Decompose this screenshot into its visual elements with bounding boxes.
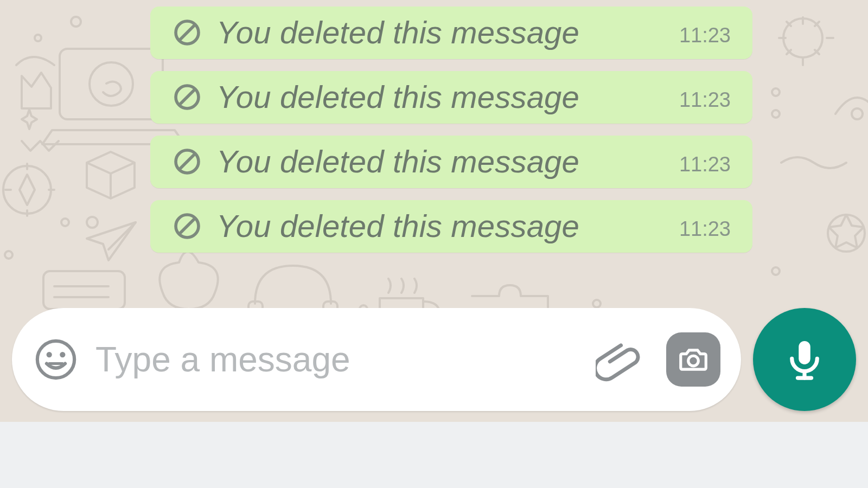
message-bubble-outgoing[interactable]: You deleted this message 11:23 (150, 200, 752, 253)
svg-point-20 (772, 110, 780, 118)
svg-point-10 (783, 18, 822, 57)
emoji-button[interactable] (33, 336, 79, 383)
svg-point-21 (772, 267, 780, 275)
svg-point-14 (61, 219, 69, 226)
message-timestamp: 11:23 (679, 88, 731, 114)
deleted-message-text: You deleted this message (216, 145, 659, 178)
message-timestamp: 11:23 (679, 24, 731, 49)
svg-point-13 (5, 251, 12, 259)
svg-point-18 (593, 300, 601, 307)
svg-point-3 (90, 62, 133, 106)
message-composer (12, 308, 741, 411)
svg-line-27 (180, 155, 194, 169)
deleted-message-text: You deleted this message (216, 16, 659, 49)
composer-row (12, 308, 856, 411)
deleted-message-text: You deleted this message (216, 81, 659, 114)
bottom-panel (0, 422, 868, 488)
message-timestamp: 11:23 (679, 153, 731, 178)
svg-rect-35 (799, 341, 810, 364)
svg-point-32 (60, 352, 65, 357)
svg-point-12 (828, 215, 865, 252)
svg-point-34 (688, 356, 699, 366)
svg-rect-5 (43, 271, 125, 309)
voice-message-button[interactable] (753, 308, 856, 411)
camera-icon (676, 343, 710, 376)
message-bubble-outgoing[interactable]: You deleted this message 11:23 (150, 136, 752, 188)
svg-line-23 (180, 25, 194, 40)
svg-line-25 (180, 90, 194, 105)
svg-point-0 (71, 17, 81, 27)
emoji-smile-icon (34, 337, 78, 382)
message-bubble-outgoing[interactable]: You deleted this message 11:23 (150, 7, 752, 59)
attach-button[interactable] (595, 336, 641, 383)
svg-line-29 (180, 219, 194, 234)
svg-point-15 (87, 217, 98, 228)
prohibited-icon (172, 211, 202, 241)
paperclip-icon (596, 337, 640, 382)
svg-point-1 (35, 35, 41, 41)
message-input[interactable] (79, 308, 589, 411)
svg-rect-2 (60, 49, 163, 119)
camera-button[interactable] (666, 332, 720, 387)
svg-point-31 (47, 352, 52, 357)
prohibited-icon (172, 17, 202, 48)
chat-screen: You deleted this message 11:23 You delet… (0, 0, 868, 488)
prohibited-icon (172, 146, 202, 177)
deleted-message-text: You deleted this message (216, 210, 659, 243)
message-bubble-outgoing[interactable]: You deleted this message 11:23 (150, 71, 752, 124)
message-timestamp: 11:23 (679, 217, 731, 243)
svg-point-4 (3, 166, 51, 214)
prohibited-icon (172, 82, 202, 112)
microphone-icon (781, 336, 828, 383)
svg-point-19 (772, 88, 780, 96)
svg-point-30 (37, 341, 74, 378)
message-list: You deleted this message 11:23 You delet… (150, 7, 752, 253)
svg-point-11 (852, 108, 863, 119)
